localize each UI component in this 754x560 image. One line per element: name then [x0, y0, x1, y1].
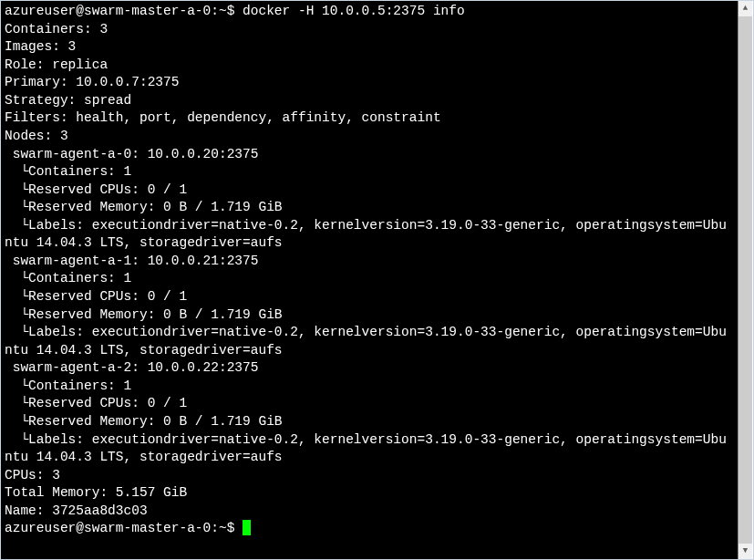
command-text: docker -H 10.0.0.5:2375 info — [243, 4, 465, 18]
out-filters: Filters: health, port, dependency, affin… — [5, 109, 734, 128]
node-labels-1: Labels: executiondriver=native-0.2, kern… — [5, 324, 734, 359]
scroll-down-icon[interactable]: ▼ — [739, 544, 752, 559]
out-cpus: CPUs: 3 — [5, 467, 734, 485]
node-name-2: swarm-agent-a-2: 10.0.0.22:2375 — [5, 359, 734, 378]
node-name-1: swarm-agent-a-1: 10.0.0.21:2375 — [5, 253, 734, 271]
node-containers-0: Containers: 1 — [5, 163, 734, 181]
node-cpus-2: Reserved CPUs: 0 / 1 — [5, 395, 734, 413]
prompt-line: azureuser@swarm-master-a-0:~$ — [5, 520, 734, 538]
terminal-window: azureuser@swarm-master-a-0:~$ docker -H … — [0, 0, 754, 560]
node-mem-2: Reserved Memory: 0 B / 1.719 GiB — [5, 413, 734, 431]
cursor-block — [243, 520, 251, 535]
out-images: Images: 3 — [5, 38, 734, 57]
scroll-thumb[interactable] — [739, 16, 752, 544]
node-name-0: swarm-agent-a-0: 10.0.0.20:2375 — [5, 146, 734, 164]
node-containers-2: Containers: 1 — [5, 378, 734, 396]
out-role: Role: replica — [5, 57, 734, 75]
out-nodes-hdr: Nodes: 3 — [5, 128, 734, 146]
shell-prompt: azureuser@swarm-master-a-0:~$ — [5, 4, 234, 18]
scroll-up-icon[interactable]: ▲ — [739, 1, 752, 16]
out-containers: Containers: 3 — [5, 21, 734, 39]
terminal-content[interactable]: azureuser@swarm-master-a-0:~$ docker -H … — [1, 1, 738, 559]
out-name: Name: 3725aa8d3c03 — [5, 503, 734, 521]
command-line: azureuser@swarm-master-a-0:~$ docker -H … — [5, 3, 734, 21]
node-labels-2: Labels: executiondriver=native-0.2, kern… — [5, 431, 734, 467]
node-containers-1: Containers: 1 — [5, 270, 734, 288]
node-cpus-1: Reserved CPUs: 0 / 1 — [5, 288, 734, 306]
out-strategy: Strategy: spread — [5, 92, 734, 110]
node-mem-1: Reserved Memory: 0 B / 1.719 GiB — [5, 306, 734, 325]
node-labels-0: Labels: executiondriver=native-0.2, kern… — [5, 217, 734, 253]
node-cpus-0: Reserved CPUs: 0 / 1 — [5, 181, 734, 200]
out-total-memory: Total Memory: 5.157 GiB — [5, 484, 734, 503]
shell-prompt-2: azureuser@swarm-master-a-0:~$ — [5, 521, 243, 535]
vertical-scrollbar[interactable]: ▲ ▼ — [738, 1, 753, 559]
out-primary: Primary: 10.0.0.7:2375 — [5, 74, 734, 92]
node-mem-0: Reserved Memory: 0 B / 1.719 GiB — [5, 199, 734, 217]
